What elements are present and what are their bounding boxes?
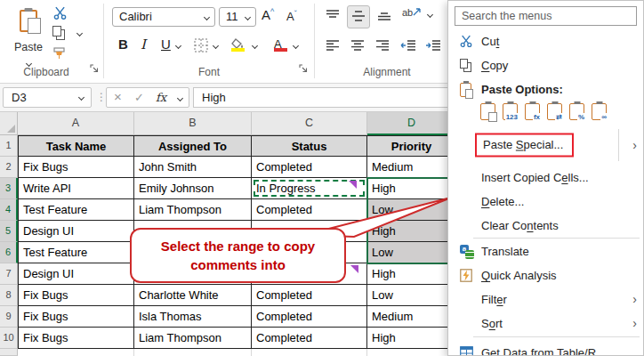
clipboard-dialog-launcher[interactable] (90, 61, 99, 77)
cell-C1[interactable]: Status (252, 135, 367, 157)
cell-A5[interactable]: Design UI (18, 221, 134, 242)
row-header-7[interactable]: 7 (0, 263, 18, 285)
paste-transpose-icon[interactable]: ⇄ (547, 103, 562, 120)
cell-B10[interactable]: Liam Thompson (134, 328, 252, 349)
cell-B8[interactable]: Charlotte White (134, 285, 252, 306)
copy-dropdown-icon[interactable] (76, 30, 83, 36)
menu-item-filter[interactable]: Filter› (448, 287, 644, 312)
cell-B9[interactable]: Isla Thomas (134, 306, 252, 328)
menu-item-sort[interactable]: Sort› (448, 312, 644, 336)
column-header-D[interactable]: D (367, 112, 456, 135)
menu-item-get-data[interactable]: Get Data from Table/R... (448, 341, 644, 356)
enter-button[interactable]: ✓ (134, 88, 144, 107)
cell-D2[interactable]: Medium (367, 157, 456, 178)
cell-A3[interactable]: Write API (18, 178, 134, 199)
menu-item-cut[interactable]: Cut (448, 29, 644, 53)
cell-A7[interactable]: Design UI (18, 263, 134, 285)
column-header-B[interactable]: B (134, 112, 252, 135)
paste-formulas-icon[interactable]: fx (525, 103, 540, 120)
cell-D6[interactable]: Low (367, 242, 456, 263)
align-right-button[interactable] (375, 39, 390, 55)
cancel-button[interactable]: × (114, 87, 122, 106)
paste-link-icon[interactable]: ∞ (592, 103, 607, 120)
increase-indent-button[interactable] (425, 39, 441, 55)
borders-button[interactable] (194, 38, 208, 56)
font-color-button[interactable]: A (274, 36, 282, 52)
font-dialog-launcher[interactable] (299, 61, 308, 77)
cell-C8[interactable]: Completed (252, 285, 367, 306)
select-all-corner[interactable] (0, 112, 18, 135)
top-align-button[interactable] (326, 9, 340, 25)
cell-B1[interactable]: Assigned To (134, 135, 252, 157)
cell-A6[interactable]: Test Feature (18, 242, 134, 263)
cell-A1[interactable]: Task Name (18, 135, 134, 157)
cell-C10[interactable]: Completed (252, 328, 367, 349)
font-size-combo[interactable]: 11 (219, 7, 256, 27)
menu-item-clear-contents[interactable]: Clear Contents (448, 214, 644, 238)
column-header-A[interactable]: A (18, 112, 134, 135)
underline-button[interactable]: U (161, 36, 171, 52)
row-header-8[interactable]: 8 (0, 285, 18, 306)
cell-D9[interactable]: Medium (367, 306, 456, 328)
copy-button[interactable] (52, 26, 67, 41)
font-color-dropdown-icon[interactable] (293, 43, 299, 49)
middle-align-button[interactable] (351, 10, 366, 26)
orientation-button[interactable]: ab (402, 7, 422, 18)
row-header-9[interactable]: 9 (0, 306, 18, 328)
shrink-font-button[interactable]: Aˇ (286, 9, 297, 23)
cell-D5[interactable]: High (367, 221, 456, 242)
cell-D7[interactable]: High (367, 263, 456, 285)
italic-button[interactable]: I (141, 36, 146, 53)
cell-A8[interactable]: Fix Bugs (18, 285, 134, 306)
paste-formatting-icon[interactable]: % (569, 103, 584, 120)
menu-item-paste-icons-row[interactable]: 123fx⇄%∞ (448, 101, 644, 125)
menu-item-delete[interactable]: Delete... (448, 190, 644, 214)
column-header-C[interactable]: C (252, 112, 367, 135)
row-header-2[interactable]: 2 (0, 157, 18, 178)
format-painter-button[interactable] (52, 46, 67, 64)
menu-item-paste-special[interactable]: Paste Special...› (448, 125, 644, 166)
menu-item-copy[interactable]: Copy (448, 53, 644, 77)
cell-B4[interactable]: Liam Thompson (134, 199, 252, 221)
cell-C9[interactable]: Completed (252, 306, 367, 328)
font-name-combo[interactable]: Calibri (112, 7, 215, 27)
fill-color-dropdown-icon[interactable] (252, 43, 258, 49)
row-header-4[interactable]: 4 (0, 199, 18, 221)
borders-dropdown-icon[interactable] (213, 43, 219, 49)
cell-D8[interactable]: Low (367, 285, 456, 306)
decrease-indent-button[interactable] (400, 39, 416, 55)
cell-A4[interactable]: Test Feature (18, 199, 134, 221)
insert-function-button[interactable]: fx (156, 88, 166, 107)
menu-item-paste-options[interactable]: Paste Options: (448, 77, 644, 101)
align-center-button[interactable] (350, 39, 365, 55)
menu-item-insert-copied-cells[interactable]: Insert Copied Cells... (448, 166, 644, 190)
cell-C2[interactable]: Completed (252, 157, 367, 178)
row-header-10[interactable]: 10 (0, 328, 18, 349)
row-header-6[interactable]: 6 (0, 242, 18, 263)
align-left-button[interactable] (326, 39, 340, 55)
row-header-3[interactable]: 3 (0, 178, 18, 199)
row-header-5[interactable]: 5 (0, 221, 18, 242)
cell-A10[interactable]: Fix Bugs (18, 328, 134, 349)
cell-D1[interactable]: Priority (367, 135, 456, 157)
cell-C4[interactable]: Completed (252, 199, 367, 221)
menu-item-translate[interactable]: aTranslate (448, 239, 644, 263)
cell-D4[interactable]: Low (367, 199, 456, 221)
bold-button[interactable]: B (118, 36, 128, 52)
menu-item-quick-analysis[interactable]: Quick Analysis (448, 263, 644, 287)
paste-button[interactable]: Paste (7, 4, 50, 69)
cell-B2[interactable]: John Smith (134, 157, 252, 178)
row-header-11[interactable] (0, 349, 18, 356)
cell-D3[interactable]: High (367, 178, 456, 199)
cell-D10[interactable]: High (367, 328, 456, 349)
cut-button[interactable] (53, 6, 67, 23)
paste-values-icon[interactable]: 123 (503, 103, 518, 120)
row-header-1[interactable]: 1 (0, 135, 18, 157)
fx-dropdown-icon[interactable] (177, 95, 183, 101)
paste-icon[interactable] (480, 103, 495, 120)
grow-font-button[interactable]: A^ (262, 7, 274, 22)
cell-B3[interactable]: Emily Johnson (134, 178, 252, 199)
name-box[interactable]: D3 (3, 87, 92, 108)
underline-dropdown-icon[interactable] (175, 43, 181, 49)
name-box-dropdown-icon[interactable] (78, 94, 85, 101)
